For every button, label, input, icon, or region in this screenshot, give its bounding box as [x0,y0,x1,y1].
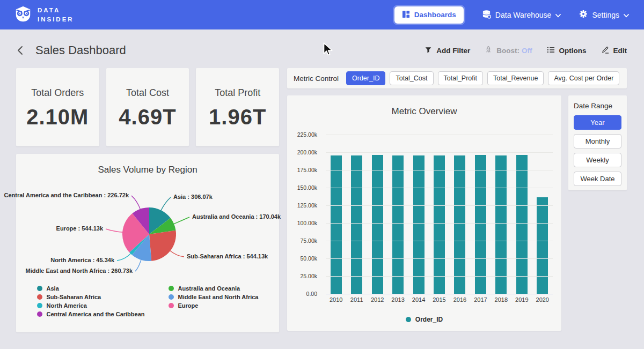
x-tick-2016: 2016 [450,296,470,303]
legend-dot [37,303,42,308]
kpi-value: 4.69T [106,105,189,129]
pie-slice-sub-saharan-africa[interactable] [149,231,176,261]
pie-legend-item-north-america[interactable]: North America [37,302,145,309]
legend-dot [37,294,42,300]
bar-slot [532,135,553,294]
y-tick: 50.00k [300,255,317,262]
bar-2015[interactable] [434,155,445,294]
bar-2011[interactable] [351,155,362,294]
bar-2020[interactable] [537,197,548,294]
x-tick-2011: 2011 [346,296,367,303]
kpi-label: Total Orders [16,87,99,99]
date-range-label: Date Range [574,102,621,110]
legend-dot [169,286,174,291]
metric-button-total-cost[interactable]: Total_Cost [390,71,433,85]
brand[interactable]: DATA INSIDER [14,5,74,25]
x-tick-2015: 2015 [429,296,449,303]
pie-legend-label: North America [47,302,87,309]
bar-2016[interactable] [454,155,465,294]
pie-callout-line [170,250,184,257]
rocket-icon [485,46,492,55]
gridline [326,135,553,135]
pie-callout-line [131,196,141,210]
x-tick-2020: 2020 [532,296,553,303]
bar-2019[interactable] [516,155,528,294]
legend-dot [37,311,42,317]
metric-button-order-id[interactable]: Order_ID [346,71,385,85]
options-button[interactable]: Options [547,46,587,55]
data-warehouse-menu[interactable]: Data Warehouse [482,10,561,20]
filter-funnel-icon [425,46,432,55]
pie-legend-column: AsiaSub-Saharan AfricaNorth AmericaCentr… [37,285,145,317]
pie-callout-line [160,197,171,211]
y-tick: 100.00k [297,220,317,226]
metric-button-total-profit[interactable]: Total_Profit [438,71,484,85]
kpi-value: 2.10M [16,105,99,129]
pie-legend-item-europe[interactable]: Europe [169,302,259,309]
gridline [326,241,553,241]
date-range-panel: Date Range YearMonthlyWeeklyWeek Date [568,95,627,190]
bar-2010[interactable] [331,155,342,294]
bar-2012[interactable] [372,155,383,294]
settings-menu[interactable]: Settings [579,10,629,20]
bar-2017[interactable] [475,155,486,294]
bar-2018[interactable] [495,155,507,294]
add-filter-button[interactable]: Add Filter [425,46,470,55]
x-tick-2013: 2013 [387,296,408,303]
pie-callout-line [117,253,131,261]
bar-slot [346,135,367,294]
kpi-value: 1.96T [196,105,279,129]
y-tick: 75.00k [300,237,317,244]
pie-callout-line [135,259,142,271]
bar-slot [470,135,491,294]
pie-legend-item-central-america-and-the-caribbean[interactable]: Central America and the Caribbean [37,311,145,317]
chevron-down-icon [624,11,629,19]
date-range-week-date[interactable]: Week Date [574,172,621,186]
pie-label-sub-saharan-africa: Sub-Saharan Africa : 544.13k [187,253,268,259]
top-navbar: DATA INSIDER Dashboards [0,0,644,29]
pie-legend-label: Asia [47,285,59,292]
pie-legend-label: Middle East and North Africa [178,294,259,300]
x-tick-2010: 2010 [326,296,346,303]
y-axis-labels: 225.00k200.00k175.00k150.00k125.00k100.0… [295,135,320,294]
titlebar: Sales Dashboard Add Filter Boost: Off [0,29,644,68]
pie-callout-line [106,229,123,232]
back-button[interactable] [16,45,25,56]
bar-2014[interactable] [413,155,425,294]
x-axis-labels: 2010201120122013201420152016201720182019… [326,296,553,303]
date-range-weekly[interactable]: Weekly [574,153,621,167]
date-range-monthly[interactable]: Monthly [574,134,621,148]
legend-dot [169,294,174,300]
pie-legend-item-australia-and-oceania[interactable]: Australia and Oceania [169,285,259,292]
bar-2013[interactable] [392,155,404,294]
bar-chart-title: Metric Overview [295,95,554,117]
pie-legend-item-middle-east-and-north-africa[interactable]: Middle East and North Africa [169,294,259,300]
gridline [326,205,553,206]
pie-legend-item-asia[interactable]: Asia [37,285,145,292]
kpi-row: Total Orders2.10MTotal Cost4.69TTotal Pr… [16,68,279,146]
gridline [326,223,553,224]
date-range-year[interactable]: Year [574,115,621,130]
edit-button[interactable]: Edit [601,46,627,55]
dashboards-button[interactable]: Dashboards [394,6,464,24]
bar-slot [491,135,511,294]
metric-control-label: Metric Control [294,75,339,83]
legend-series-label: Order_ID [415,316,443,323]
metric-button-avg-cost-per-order[interactable]: Avg. Cost per Order [548,71,619,85]
boost-toggle[interactable]: Boost: Off [485,46,532,55]
pie-legend-label: Sub-Saharan Africa [47,294,101,300]
bar-slot [429,135,449,294]
list-icon [547,46,555,55]
kpi-card-total-profit: Total Profit1.96T [196,68,279,146]
pie-legend-label: Central America and the Caribbean [47,311,145,317]
x-tick-2018: 2018 [491,296,511,303]
boost-state: Off [522,47,532,55]
y-tick: 200.00k [297,149,317,155]
bar-slot [387,135,408,294]
pie-legend-item-sub-saharan-africa[interactable]: Sub-Saharan Africa [37,294,145,300]
x-tick-2019: 2019 [511,296,532,303]
metric-button-total-revenue[interactable]: Total_Revenue [487,71,544,85]
bar-chart-card: Metric Overview 225.00k200.00k175.00k150… [287,95,561,331]
pie-legend-column: Australia and OceaniaMiddle East and Nor… [169,285,259,317]
pie-label-europe: Europe : 544.13k [56,225,103,232]
